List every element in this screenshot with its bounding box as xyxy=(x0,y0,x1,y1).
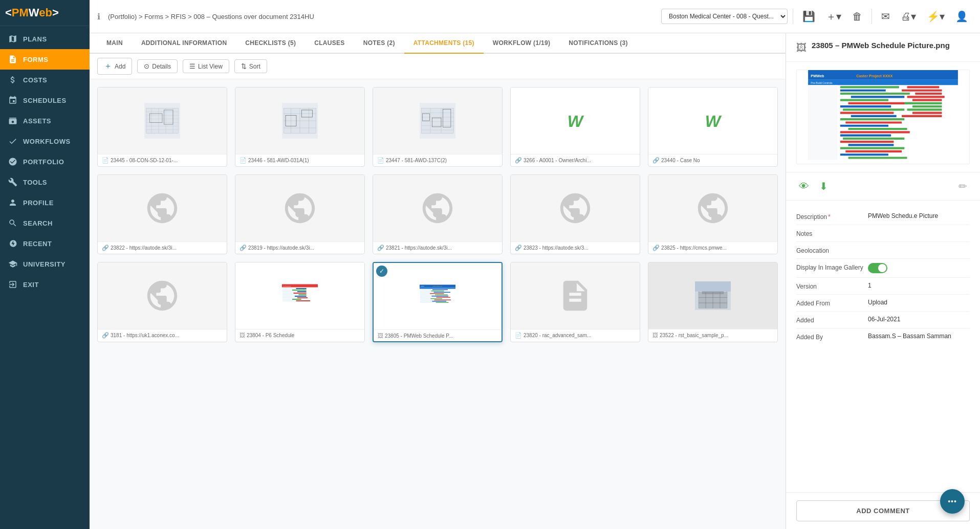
tab-clauses[interactable]: CLAUSES xyxy=(305,33,354,54)
email-button[interactable]: ✉ xyxy=(877,7,894,26)
sidebar-item-workflows[interactable]: WORKFLOWS xyxy=(0,131,90,151)
details-section: Description PMWeb Schedu.e Picture Notes… xyxy=(786,201,980,492)
attachment-card-12[interactable]: P6 Schedule xyxy=(235,262,365,342)
sidebar-item-plans[interactable]: PLANS xyxy=(0,29,90,49)
label-12: 🖼 23804 - P6 Schedule xyxy=(235,329,364,341)
thumb-2 xyxy=(235,87,364,154)
tab-workflow[interactable]: WORKFLOW (1/19) xyxy=(484,33,560,54)
attachment-card-15[interactable]: 🖼 23522 - rst_basic_sample_p... xyxy=(648,262,778,342)
link-icon-6: 🔗 xyxy=(102,245,109,251)
svg-rect-108 xyxy=(843,108,904,111)
details-button[interactable]: ⊙ Details xyxy=(137,59,178,73)
sidebar-label-recent: RECENT xyxy=(23,240,52,248)
thumb-14 xyxy=(511,262,640,329)
search-icon xyxy=(8,218,18,228)
svg-rect-114 xyxy=(848,128,907,130)
portfolio-icon xyxy=(8,157,18,167)
tab-notifications[interactable]: NOTIFICATIONS (3) xyxy=(559,33,637,54)
details-label: Details xyxy=(152,63,171,70)
sidebar-item-profile[interactable]: PROFILE xyxy=(0,192,90,213)
attachment-card-6[interactable]: 🔗 23822 - https://autode.sk/3i... xyxy=(97,174,227,254)
sidebar-item-costs[interactable]: COSTS xyxy=(0,70,90,90)
label-14: 📄 23820 - rac_advanced_sam... xyxy=(511,329,640,341)
svg-rect-124 xyxy=(907,86,940,88)
sort-button[interactable]: ⇅ Sort xyxy=(234,59,267,73)
sidebar-item-recent[interactable]: RECENT xyxy=(0,233,90,254)
tab-main[interactable]: MAIN xyxy=(97,33,132,54)
info-icon[interactable]: ℹ xyxy=(97,12,100,21)
attachment-card-9[interactable]: 🔗 23823 - https://autode.sk/3... xyxy=(510,174,640,254)
label-7: 🔗 23819 - https://autode.sk/3i... xyxy=(235,241,364,254)
svg-rect-60 xyxy=(420,288,455,289)
attachment-card-11[interactable]: 🔗 3181 - https://uk1.aconex.co... xyxy=(97,262,227,342)
attachment-card-2[interactable]: 📄 23446 - 581-AWD-031A(1) xyxy=(235,87,365,167)
link-icon-8: 🔗 xyxy=(377,245,384,251)
svg-rect-74 xyxy=(437,297,451,298)
attachment-card-4[interactable]: W 🔗 3266 - A0001 - Owner/Archi... xyxy=(510,87,640,167)
sidebar-item-portfolio[interactable]: PORTFOLIO xyxy=(0,151,90,172)
download-button[interactable]: ⬇ xyxy=(817,178,831,195)
attachment-card-13[interactable]: ✓ PMWeb Caster Project XXXX xyxy=(373,262,503,342)
view-button[interactable]: 👁 xyxy=(796,178,812,195)
lightning-button[interactable]: ⚡▾ xyxy=(923,7,949,26)
thumb-10 xyxy=(648,175,777,241)
thumb-7 xyxy=(235,175,364,241)
sidebar-item-assets[interactable]: ASSETS xyxy=(0,111,90,131)
university-icon xyxy=(8,259,18,269)
attachment-card-8[interactable]: 🔗 23821 - https://autode.sk/3i... xyxy=(373,174,503,254)
svg-rect-42 xyxy=(282,291,297,292)
attachment-card-5[interactable]: W 🔗 23440 - Case No xyxy=(648,87,778,167)
fab-button[interactable]: ••• xyxy=(940,489,965,514)
sidebar-item-exit[interactable]: EXIT xyxy=(0,274,90,295)
attachment-card-1[interactable]: 📄 23445 - 08-CON-SD-12-01-... xyxy=(97,87,227,167)
added-from-value: Upload xyxy=(868,299,970,306)
link-icon-7: 🔗 xyxy=(239,245,247,251)
thumb-4: W xyxy=(511,87,640,154)
tab-checklists[interactable]: CHECKLISTS (5) xyxy=(236,33,305,54)
attachment-card-14[interactable]: 📄 23820 - rac_advanced_sam... xyxy=(510,262,640,342)
svg-rect-40 xyxy=(282,290,292,291)
user-button[interactable]: 👤 xyxy=(951,7,972,26)
record-selector[interactable]: Boston Medical Center - 008 - Quest... xyxy=(661,9,788,24)
img-icon-14: 📄 xyxy=(515,332,522,339)
delete-button[interactable]: 🗑 xyxy=(848,8,866,26)
profile-icon xyxy=(8,197,18,208)
sidebar-item-tools[interactable]: TOOLS xyxy=(0,172,90,192)
description-value: PMWeb Schedu.e Picture xyxy=(868,212,970,219)
edit-button[interactable]: ✏ xyxy=(956,178,970,195)
svg-rect-109 xyxy=(840,112,894,114)
display-toggle[interactable] xyxy=(868,263,887,273)
svg-rect-79 xyxy=(420,301,431,302)
breadcrumb: (Portfolio) > Forms > RFIS > 008 – Quest… xyxy=(108,13,656,20)
print-button[interactable]: 🖨▾ xyxy=(897,7,920,26)
label-8: 🔗 23821 - https://autode.sk/3i... xyxy=(373,241,502,254)
tab-additional[interactable]: ADDITIONAL INFORMATION xyxy=(132,33,236,54)
add-button[interactable]: ＋▾ xyxy=(822,7,845,27)
topbar-actions: Boston Medical Center - 008 - Quest... 💾… xyxy=(661,7,972,27)
svg-rect-128 xyxy=(912,99,942,101)
attachment-card-3[interactable]: 📄 23447 - 581-AWD-137C(2) xyxy=(373,87,503,167)
svg-rect-106 xyxy=(848,102,912,104)
svg-rect-49 xyxy=(295,296,307,297)
notes-row: Notes xyxy=(796,225,970,242)
svg-rect-116 xyxy=(840,134,891,136)
tab-notes[interactable]: NOTES (2) xyxy=(354,33,404,54)
sidebar-item-schedules[interactable]: SCHEDULES xyxy=(0,90,90,111)
version-label: Version xyxy=(796,282,868,290)
sidebar-item-university[interactable]: UNIVERSITY xyxy=(0,254,90,274)
save-button[interactable]: 💾 xyxy=(798,7,819,26)
sidebar-label-assets: ASSETS xyxy=(23,117,51,125)
attachment-card-10[interactable]: 🔗 23825 - https://cmcs.pmwe... xyxy=(648,174,778,254)
attachment-card-7[interactable]: 🔗 23819 - https://autode.sk/3i... xyxy=(235,174,365,254)
svg-rect-126 xyxy=(915,93,942,95)
svg-rect-65 xyxy=(420,292,433,293)
list-view-button[interactable]: ☰ List View xyxy=(183,59,229,73)
add-attachment-button[interactable]: ＋ Add xyxy=(97,58,132,75)
label-6: 🔗 23822 - https://autode.sk/3i... xyxy=(98,241,227,254)
tab-attachments[interactable]: ATTACHMENTS (15) xyxy=(404,33,484,54)
svg-rect-66 xyxy=(434,292,451,293)
svg-rect-71 xyxy=(420,296,431,297)
svg-text:PMWeb: PMWeb xyxy=(811,74,824,78)
sidebar-item-forms[interactable]: FORMS xyxy=(0,49,90,70)
sidebar-item-search[interactable]: SEARCH xyxy=(0,213,90,233)
